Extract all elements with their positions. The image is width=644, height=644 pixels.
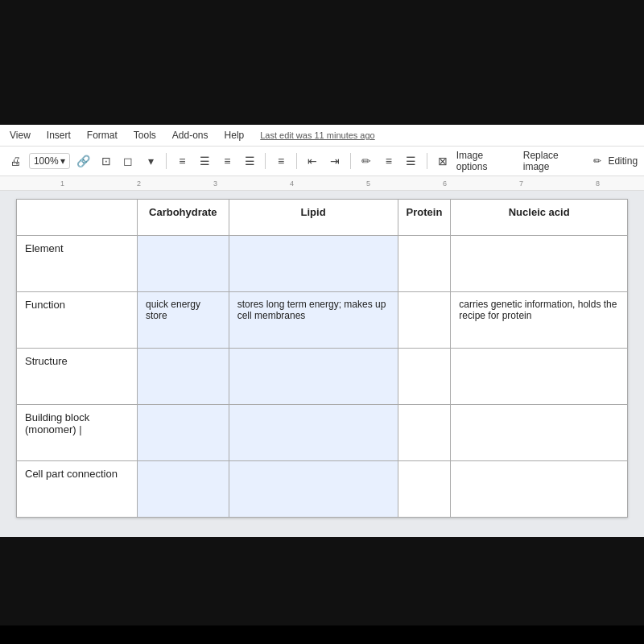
ruler-content: 1 2 3 4 5 6 7 8: [8, 180, 636, 188]
monomer-sub: (monomer): [25, 423, 76, 436]
biology-table: Carbohydrate Lipid Protein Nucleic acid …: [16, 199, 628, 518]
cell-cellpart-protein[interactable]: [398, 461, 451, 518]
monomer-text: Building block: [25, 411, 89, 423]
menu-view[interactable]: View: [6, 128, 34, 142]
cell-structure-nucleic[interactable]: [451, 349, 628, 405]
zoom-dropdown-icon: ▾: [60, 155, 65, 167]
cell-element-carb[interactable]: [138, 236, 229, 292]
content-area: View Insert Format Tools Add-ons Help La…: [0, 125, 644, 537]
header-lipid[interactable]: Lipid: [229, 200, 398, 236]
menu-bar: View Insert Format Tools Add-ons Help La…: [0, 125, 644, 147]
toolbar-right: Image options Replace image ✏ Editing: [456, 150, 638, 172]
separator-1: [166, 153, 167, 169]
ruler-mark-1: 1: [60, 180, 64, 188]
cursor: [79, 423, 81, 436]
separator-3: [296, 153, 297, 169]
crop-icon[interactable]: ⊡: [97, 152, 115, 170]
zoom-level: 100%: [34, 155, 59, 167]
menu-format[interactable]: Format: [84, 128, 121, 142]
indent-left-icon[interactable]: ⇤: [303, 152, 321, 170]
justify-icon[interactable]: ☰: [241, 152, 258, 170]
cell-monomer-lipid[interactable]: [229, 405, 398, 461]
row-label-function: Function: [17, 292, 138, 349]
cell-cellpart-carb[interactable]: [138, 461, 229, 518]
cell-element-nucleic[interactable]: [451, 236, 628, 292]
header-protein[interactable]: Protein: [398, 200, 451, 236]
editing-label[interactable]: Editing: [608, 155, 638, 167]
more-icon[interactable]: ☰: [402, 152, 420, 170]
replace-image-button[interactable]: Replace image: [523, 150, 588, 172]
print-icon[interactable]: 🖨: [6, 152, 24, 170]
menu-help[interactable]: Help: [221, 128, 248, 142]
cell-structure-lipid[interactable]: [229, 349, 398, 405]
pencil-icon: ✏: [593, 155, 601, 167]
indent-right-icon[interactable]: ⇥: [326, 152, 344, 170]
row-label-element: Element: [17, 236, 138, 292]
cell-cellpart-nucleic[interactable]: [451, 461, 628, 518]
row-label-structure: Structure: [17, 349, 138, 405]
ruler-mark-4: 4: [290, 180, 294, 188]
zoom-control[interactable]: 100% ▾: [29, 153, 70, 169]
cell-function-protein[interactable]: [398, 292, 451, 349]
ruler-mark-3: 3: [213, 180, 217, 188]
top-black-bar: [0, 0, 644, 125]
separator-5: [427, 153, 427, 169]
table-row: Function quick energy store stores long …: [17, 292, 628, 349]
ruler-mark-5: 5: [366, 180, 370, 188]
color-icon[interactable]: ✏: [357, 152, 375, 170]
menu-addons[interactable]: Add-ons: [169, 128, 212, 142]
row-label-monomer: Building block (monomer): [17, 405, 138, 461]
separator-2: [265, 153, 266, 169]
doc-area: Carbohydrate Lipid Protein Nucleic acid …: [0, 191, 644, 537]
cell-element-protein[interactable]: [398, 236, 451, 292]
cell-structure-carb[interactable]: [138, 349, 229, 405]
table-row: Structure: [17, 349, 628, 405]
header-carbohydrate[interactable]: Carbohydrate: [138, 200, 229, 236]
list-icon[interactable]: ≡: [272, 152, 290, 170]
cell-function-carb[interactable]: quick energy store: [138, 292, 229, 349]
highlight-icon[interactable]: ≡: [380, 152, 398, 170]
cell-monomer-protein[interactable]: [398, 405, 451, 461]
table-container: Carbohydrate Lipid Protein Nucleic acid …: [16, 199, 628, 518]
bottom-black-bar: [0, 537, 644, 625]
ruler-mark-7: 7: [519, 180, 523, 188]
header-nucleic-acid[interactable]: Nucleic acid: [451, 200, 628, 236]
cell-structure-protein[interactable]: [398, 349, 451, 405]
toolbar: 🖨 100% ▾ 🔗 ⊡ ◻ ▾ ≡ ☰ ≡ ☰: [0, 147, 644, 176]
table-row: Building block (monomer): [17, 405, 628, 461]
ruler: 1 2 3 4 5 6 7 8: [0, 176, 644, 191]
cell-element-lipid[interactable]: [229, 236, 398, 292]
table-row: Cell part connection: [17, 461, 628, 518]
dropdown-icon[interactable]: ▾: [142, 152, 159, 170]
ruler-mark-2: 2: [137, 180, 141, 188]
align-right-icon[interactable]: ≡: [218, 152, 236, 170]
cell-monomer-carb[interactable]: [138, 405, 229, 461]
cell-function-lipid[interactable]: stores long term energy; makes up cell m…: [229, 292, 398, 349]
menu-tools[interactable]: Tools: [130, 128, 159, 142]
table-row: Element: [17, 236, 628, 292]
ruler-mark-6: 6: [443, 180, 447, 188]
shape-icon[interactable]: ◻: [120, 152, 138, 170]
last-edit-label: Last edit was 11 minutes ago: [257, 129, 378, 142]
crop2-icon[interactable]: ⊠: [434, 152, 452, 170]
align-left-icon[interactable]: ≡: [173, 152, 191, 170]
table-header-row: Carbohydrate Lipid Protein Nucleic acid: [17, 200, 628, 236]
cell-monomer-nucleic[interactable]: [451, 405, 628, 461]
screen-wrapper: View Insert Format Tools Add-ons Help La…: [0, 0, 644, 644]
header-empty: [17, 200, 138, 236]
separator-4: [350, 153, 351, 169]
ruler-mark-8: 8: [596, 180, 600, 188]
menu-insert[interactable]: Insert: [43, 128, 74, 142]
image-options-button[interactable]: Image options: [456, 150, 517, 172]
row-label-cell-part: Cell part connection: [17, 461, 138, 518]
link-icon[interactable]: 🔗: [75, 152, 93, 170]
cell-function-nucleic[interactable]: carries genetic information, holds the r…: [451, 292, 628, 349]
align-center-icon[interactable]: ☰: [196, 152, 213, 170]
cell-cellpart-lipid[interactable]: [229, 461, 398, 518]
